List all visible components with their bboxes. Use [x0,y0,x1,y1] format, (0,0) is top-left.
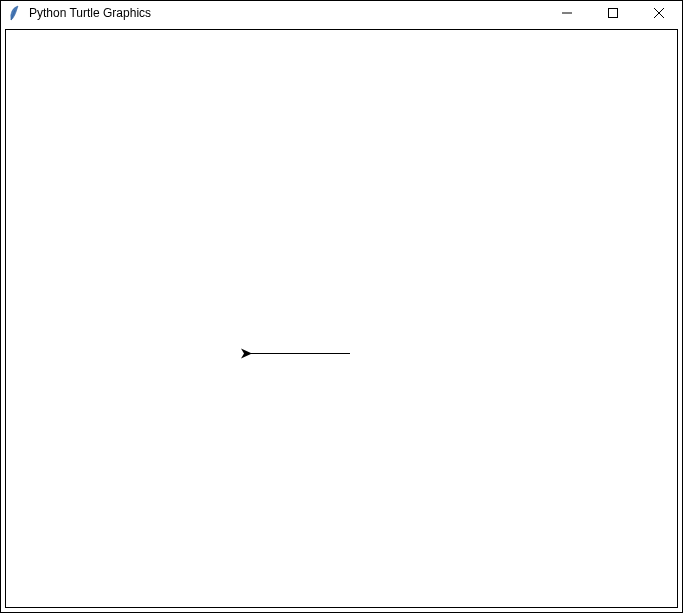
feather-icon [8,5,22,21]
minimize-icon [562,8,572,18]
canvas-container [1,25,682,612]
canvas-border [5,29,678,608]
turtle-cursor [241,349,252,359]
minimize-button[interactable] [544,1,590,25]
close-button[interactable] [636,1,682,25]
maximize-button[interactable] [590,1,636,25]
app-window: Python Turtle Graphics [0,0,683,613]
window-controls [544,1,682,25]
app-icon [7,5,23,21]
maximize-icon [608,8,618,18]
close-icon [654,8,664,18]
turtle-canvas[interactable] [6,30,677,607]
window-title: Python Turtle Graphics [29,6,544,20]
svg-rect-2 [609,9,618,18]
titlebar[interactable]: Python Turtle Graphics [1,1,682,25]
